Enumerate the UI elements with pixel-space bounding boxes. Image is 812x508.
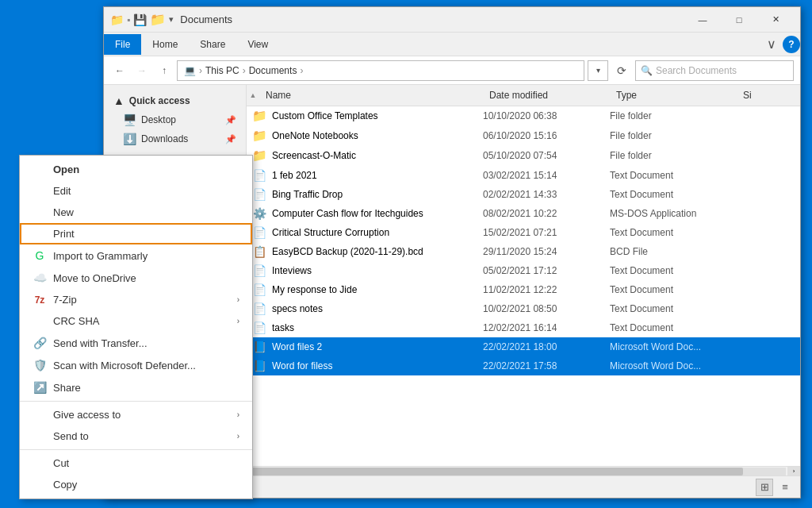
file-type: Text Document <box>610 303 737 314</box>
table-row[interactable]: 📁 OneNote Notebooks 06/10/2020 15:16 Fil… <box>247 126 800 146</box>
text-icon: 📄 <box>253 283 266 296</box>
sidebar-label-quick-access: Quick access <box>129 95 190 106</box>
context-menu-item-grammarly[interactable]: G Import to Grammarly <box>20 244 252 267</box>
file-date: 03/02/2021 15:14 <box>483 170 610 181</box>
col-header-date[interactable]: Date modified <box>483 87 610 104</box>
col-header-size[interactable]: Si <box>737 87 800 104</box>
chevron-down-icon: ∨ <box>767 37 776 52</box>
context-menu-item-giveaccess[interactable]: Give access to › <box>20 404 252 425</box>
sidebar-label-downloads: Downloads <box>141 133 188 144</box>
file-name: My response to Jide <box>272 284 483 295</box>
window-title: Documents <box>180 13 684 25</box>
ctx-icon-transfer: 🔗 <box>33 337 47 349</box>
forward-button[interactable]: → <box>132 61 151 80</box>
file-name: EasyBCD Backup (2020-11-29).bcd <box>272 246 483 257</box>
context-menu-divider <box>20 449 252 450</box>
col-header-name[interactable]: Name <box>259 87 483 104</box>
context-menu-item-new[interactable]: New <box>20 202 252 223</box>
context-menu-item-onedrive[interactable]: ☁️ Move to OneDrive <box>20 267 252 289</box>
table-row[interactable]: 📘 Word for filess 22/02/2021 17:58 Micro… <box>247 356 800 375</box>
view-list-button[interactable]: ≡ <box>776 479 794 496</box>
table-row[interactable]: 📄 Critical Structure Corruption 15/02/20… <box>247 223 800 242</box>
text-icon: 📄 <box>253 226 266 239</box>
file-type: Text Document <box>610 284 737 295</box>
ribbon-expand[interactable]: ∨ <box>760 37 783 52</box>
ctx-label-crcsha: CRC SHA <box>53 315 231 327</box>
table-row[interactable]: 📄 Bing Traffic Drop 02/02/2021 14:33 Tex… <box>247 185 800 204</box>
file-type: Text Document <box>610 227 737 238</box>
submenu-arrow-icon: › <box>237 432 239 441</box>
view-details-button[interactable]: ⊞ <box>756 479 773 496</box>
sidebar-item-downloads[interactable]: ⬇️ Downloads 📌 <box>104 129 246 148</box>
transfer-icon: 🔗 <box>33 337 47 349</box>
back-button[interactable]: ← <box>110 61 129 80</box>
minimize-button[interactable]: — <box>684 7 721 33</box>
text-icon: 📄 <box>253 264 266 277</box>
word-icon: 📘 <box>253 360 266 372</box>
ctx-icon-onedrive: ☁️ <box>33 271 47 284</box>
tab-home[interactable]: Home <box>141 34 189 55</box>
ctx-label-sendto: Send to <box>53 430 231 442</box>
scroll-right-btn[interactable]: › <box>787 467 800 476</box>
table-row[interactable]: ⚙️ Computer Cash flow for Itechguides 08… <box>247 204 800 223</box>
file-date: 15/02/2021 07:21 <box>483 227 610 238</box>
file-icon: 📁 <box>247 129 272 143</box>
text-icon: 📄 <box>253 188 266 201</box>
tab-view[interactable]: View <box>236 34 279 55</box>
tab-share[interactable]: Share <box>189 34 236 55</box>
file-date: 10/10/2020 06:38 <box>483 110 610 121</box>
file-type: File folder <box>610 150 737 161</box>
file-header: ▲ Name Date modified Type Si <box>247 85 800 106</box>
sidebar-item-quick-access[interactable]: ▲ Quick access <box>104 91 246 110</box>
file-date: 12/02/2021 16:14 <box>483 322 610 333</box>
sidebar-label-desktop: Desktop <box>141 114 176 125</box>
ctx-icon-defender: 🛡️ <box>33 359 47 371</box>
file-name: Word for filess <box>272 360 483 371</box>
file-name: OneNote Notebooks <box>272 130 483 141</box>
maximize-button[interactable]: □ <box>721 7 757 33</box>
file-date: 11/02/2021 12:22 <box>483 284 610 295</box>
search-box[interactable]: 🔍 Search Documents <box>635 60 794 81</box>
tab-file[interactable]: File <box>104 34 141 55</box>
context-menu-item-open[interactable]: Open <box>20 159 252 180</box>
close-button[interactable]: ✕ <box>757 7 794 33</box>
folder-icon: 📁 <box>252 129 267 143</box>
file-date: 02/02/2021 14:33 <box>483 189 610 200</box>
ctx-label-defender: Scan with Microsoft Defender... <box>53 360 239 371</box>
context-menu-item-print[interactable]: Print <box>20 223 252 244</box>
context-menu-item-copy[interactable]: Copy <box>20 474 252 495</box>
address-dropdown[interactable]: ▾ <box>588 60 608 81</box>
table-row[interactable]: 📘 Word files 2 22/02/2021 18:00 Microsof… <box>247 337 800 356</box>
table-row[interactable]: 📄 specs notes 10/02/2021 08:50 Text Docu… <box>247 299 800 318</box>
bcd-icon: 📋 <box>253 245 266 258</box>
context-menu-item-share[interactable]: ↗️ Share <box>20 376 252 398</box>
table-row[interactable]: 📋 EasyBCD Backup (2020-11-29).bcd 29/11/… <box>247 242 800 261</box>
help-button[interactable]: ? <box>783 36 800 53</box>
table-row[interactable]: 📄 Inteviews 05/02/2021 17:12 Text Docume… <box>247 261 800 280</box>
context-menu-item-edit[interactable]: Edit <box>20 180 252 202</box>
address-path[interactable]: 💻 › f1 This PC › Documents › <box>177 60 584 81</box>
sidebar-item-desktop[interactable]: 🖥️ Desktop 📌 <box>104 110 246 129</box>
context-menu-item-defender[interactable]: 🛡️ Scan with Microsoft Defender... <box>20 354 252 376</box>
file-area: ▲ Name Date modified Type Si 📁 Custom Of… <box>247 85 800 475</box>
context-menu-item-cut[interactable]: Cut <box>20 452 252 474</box>
context-menu-item-7zip[interactable]: 7z 7-Zip › <box>20 289 252 310</box>
table-row[interactable]: 📁 Screencast-O-Matic 05/10/2020 07:54 Fi… <box>247 146 800 166</box>
col-header-type[interactable]: Type <box>610 87 737 104</box>
up-button[interactable]: ↑ <box>155 61 174 80</box>
path-thispc-label[interactable]: This PC <box>205 65 239 76</box>
table-row[interactable]: 📄 My response to Jide 11/02/2021 12:22 T… <box>247 280 800 299</box>
submenu-arrow-icon: › <box>237 410 239 419</box>
path-documents-label[interactable]: Documents <box>249 65 297 76</box>
horizontal-scrollbar[interactable]: › <box>247 466 800 475</box>
table-row[interactable]: 📄 tasks 12/02/2021 16:14 Text Document <box>247 318 800 337</box>
context-menu-item-sendto[interactable]: Send to › <box>20 425 252 447</box>
ctx-label-7zip: 7-Zip <box>53 294 231 306</box>
context-menu-item-transfer[interactable]: 🔗 Send with Transfer... <box>20 332 252 354</box>
table-row[interactable]: 📄 1 feb 2021 03/02/2021 15:14 Text Docum… <box>247 166 800 185</box>
context-menu-item-crcsha[interactable]: CRC SHA › <box>20 310 252 332</box>
ribbon-menu: File Home Share View ∨ ? <box>104 33 800 56</box>
refresh-button[interactable]: ⟳ <box>611 60 632 81</box>
table-row[interactable]: 📁 Custom Office Templates 10/10/2020 06:… <box>247 106 800 126</box>
search-icon: 🔍 <box>641 65 653 76</box>
